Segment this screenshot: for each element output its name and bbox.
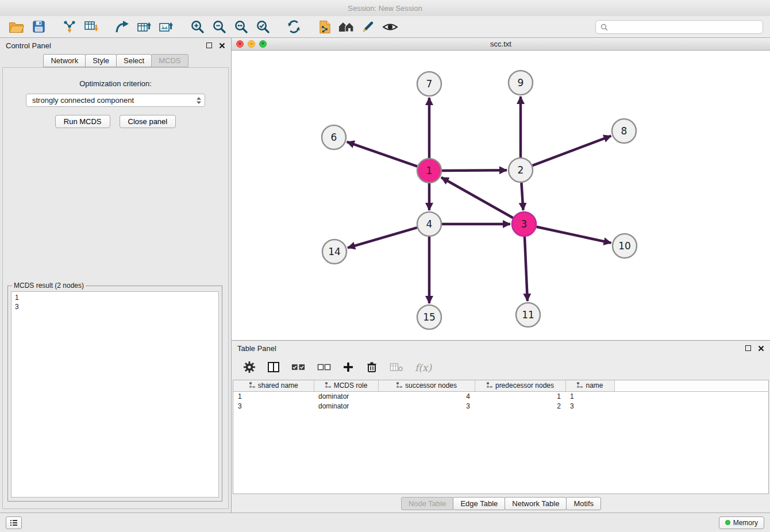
tab-node-table[interactable]: Node Table bbox=[401, 497, 454, 510]
graph-node-2[interactable]: 2 bbox=[509, 158, 533, 182]
zoom-in-button[interactable] bbox=[186, 18, 208, 36]
import-network-icon bbox=[62, 20, 77, 34]
run-mcds-button[interactable]: Run MCDS bbox=[55, 115, 110, 128]
deselect-all-icon bbox=[317, 362, 331, 372]
graph-node-15[interactable]: 15 bbox=[417, 305, 441, 329]
graph-node-3[interactable]: 3 bbox=[512, 212, 536, 236]
save-session-button[interactable] bbox=[28, 18, 49, 36]
column-sort-icon bbox=[396, 382, 403, 388]
graph-node-14[interactable]: 14 bbox=[322, 240, 346, 264]
select-all-icon bbox=[291, 362, 306, 372]
search-input[interactable] bbox=[611, 23, 758, 31]
import-table-button[interactable] bbox=[80, 18, 102, 36]
graph-edge-3-10[interactable] bbox=[537, 227, 611, 243]
export-network-button[interactable] bbox=[111, 18, 133, 36]
import-network-button[interactable] bbox=[59, 18, 80, 36]
first-neighbors-button[interactable] bbox=[336, 18, 357, 36]
table-row[interactable]: 1dominator411 bbox=[233, 391, 768, 401]
table-row[interactable]: 3dominator323 bbox=[233, 401, 768, 411]
table-cell[interactable]: 1 bbox=[565, 391, 614, 401]
close-table-panel-icon[interactable] bbox=[758, 345, 764, 352]
tab-mcds[interactable]: MCDS bbox=[151, 54, 188, 67]
column-header-successor-nodes[interactable]: successor nodes bbox=[378, 380, 475, 391]
import-table-icon bbox=[84, 20, 99, 34]
table-cell[interactable]: dominator bbox=[314, 391, 378, 401]
graph-edge-2-3[interactable] bbox=[521, 183, 523, 210]
table-cell[interactable]: dominator bbox=[314, 401, 378, 411]
table-cell[interactable]: 1 bbox=[475, 391, 565, 401]
network-file-button[interactable] bbox=[314, 18, 336, 36]
function-builder-button[interactable]: f(x) bbox=[415, 362, 432, 373]
show-panels-button[interactable] bbox=[6, 516, 22, 529]
graph-node-9[interactable]: 9 bbox=[509, 71, 533, 95]
column-sort-icon bbox=[486, 382, 493, 388]
graph-node-10[interactable]: 10 bbox=[613, 234, 637, 258]
graph-node-11[interactable]: 11 bbox=[516, 303, 540, 327]
dropdown-stepper-icon bbox=[195, 96, 202, 105]
table-cell[interactable]: 2 bbox=[475, 401, 565, 411]
show-hide-graphics-button[interactable] bbox=[379, 18, 401, 36]
graph-node-8[interactable]: 8 bbox=[612, 119, 636, 143]
graph-edge-4-14[interactable] bbox=[348, 228, 417, 248]
close-panel-icon[interactable] bbox=[219, 43, 225, 49]
graph-edge-1-2[interactable] bbox=[442, 170, 507, 171]
graph-node-6[interactable]: 6 bbox=[322, 125, 346, 149]
graph-node-4[interactable]: 4 bbox=[417, 212, 441, 236]
zoom-selected-button[interactable] bbox=[252, 18, 274, 36]
column-header-mcds-role[interactable]: MCDS role bbox=[314, 380, 378, 391]
tab-network-table[interactable]: Network Table bbox=[505, 497, 567, 510]
network-canvas[interactable]: 7968124314101511 bbox=[232, 51, 770, 340]
tab-network[interactable]: Network bbox=[43, 54, 86, 67]
table-cell-filler bbox=[614, 401, 768, 411]
add-column-button[interactable] bbox=[342, 361, 354, 375]
zoom-fit-button[interactable] bbox=[230, 18, 252, 36]
graph-edge-3-11[interactable] bbox=[525, 237, 528, 301]
minimize-window-icon[interactable]: − bbox=[248, 40, 255, 48]
delete-column-button[interactable] bbox=[390, 361, 403, 375]
apply-layout-button[interactable] bbox=[283, 18, 305, 36]
show-columns-button[interactable] bbox=[267, 361, 280, 375]
export-table-button[interactable] bbox=[133, 18, 155, 36]
memory-button[interactable]: Memory bbox=[719, 516, 764, 529]
tab-motifs[interactable]: Motifs bbox=[566, 497, 601, 510]
column-header-shared-name[interactable]: shared name bbox=[233, 380, 314, 391]
graph-edge-3-1[interactable] bbox=[441, 178, 513, 218]
apply-style-button[interactable] bbox=[357, 18, 379, 36]
select-all-button[interactable] bbox=[291, 362, 306, 374]
tab-style[interactable]: Style bbox=[85, 54, 117, 67]
optimization-label: Optimization criterion: bbox=[3, 79, 228, 88]
graph-node-1[interactable]: 1 bbox=[417, 159, 441, 183]
tab-select[interactable]: Select bbox=[116, 54, 152, 67]
column-header-name[interactable]: name bbox=[565, 380, 614, 391]
close-panel-button[interactable]: Close panel bbox=[120, 115, 176, 128]
open-file-button[interactable] bbox=[6, 18, 28, 36]
table-panel-header: Table Panel bbox=[232, 341, 770, 356]
mcds-result-list[interactable]: 13 bbox=[11, 291, 219, 498]
graph-edge-2-8[interactable] bbox=[533, 136, 611, 166]
table-cell[interactable]: 4 bbox=[378, 391, 475, 401]
maximize-window-icon[interactable]: + bbox=[259, 40, 267, 48]
search-field[interactable] bbox=[595, 20, 763, 34]
deselect-all-button[interactable] bbox=[317, 362, 331, 374]
table-cell[interactable]: 3 bbox=[565, 401, 614, 411]
float-table-panel-icon[interactable] bbox=[745, 345, 751, 351]
delete-button[interactable] bbox=[365, 361, 378, 375]
open-folder-icon bbox=[9, 21, 25, 33]
graph-node-7[interactable]: 7 bbox=[417, 72, 441, 96]
zoom-out-button[interactable] bbox=[208, 18, 230, 36]
float-panel-icon[interactable] bbox=[206, 43, 212, 48]
zoom-selected-icon bbox=[256, 20, 270, 34]
table-cell[interactable]: 3 bbox=[233, 401, 314, 411]
table-cell[interactable]: 3 bbox=[378, 401, 475, 411]
graph-node-label: 10 bbox=[618, 240, 631, 252]
zoom-fit-icon bbox=[234, 20, 248, 34]
table-settings-button[interactable] bbox=[243, 361, 256, 375]
tab-edge-table[interactable]: Edge Table bbox=[453, 497, 505, 510]
column-header-predecessor-nodes[interactable]: predecessor nodes bbox=[475, 380, 565, 391]
graph-edge-1-6[interactable] bbox=[347, 142, 418, 167]
table-cell[interactable]: 1 bbox=[233, 391, 314, 401]
export-image-button[interactable] bbox=[155, 18, 177, 36]
first-neighbors-houses-icon bbox=[338, 21, 355, 33]
close-window-icon[interactable]: × bbox=[236, 40, 244, 48]
optimization-dropdown[interactable]: strongly connected component bbox=[26, 94, 205, 107]
